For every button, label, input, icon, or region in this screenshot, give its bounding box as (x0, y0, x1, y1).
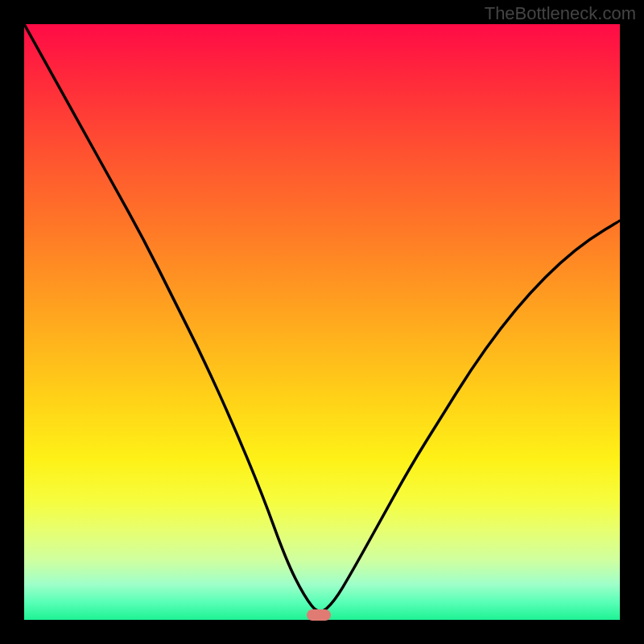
optimum-marker (307, 609, 331, 621)
chart-frame: TheBottleneck.com (0, 0, 644, 644)
watermark-text: TheBottleneck.com (485, 3, 636, 24)
bottleneck-curve (24, 24, 620, 620)
chart-plot-area (24, 24, 620, 620)
